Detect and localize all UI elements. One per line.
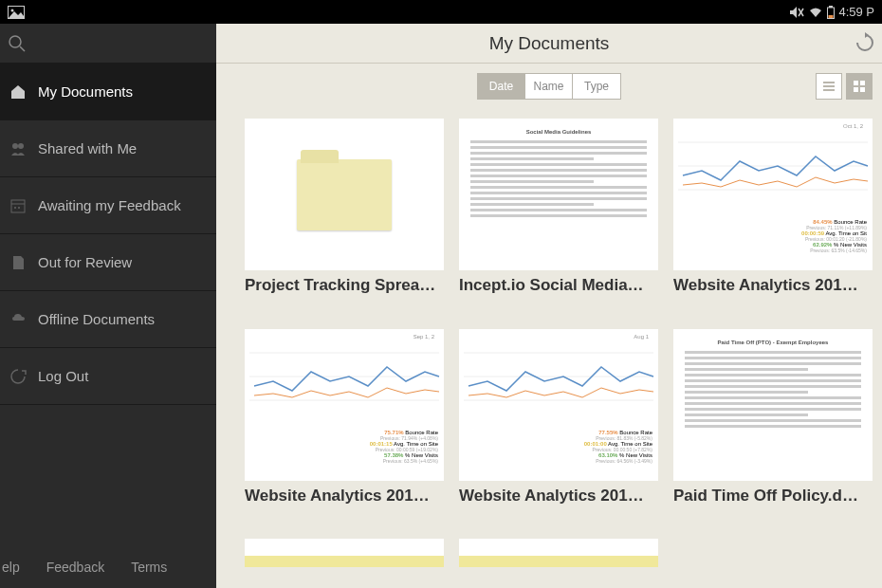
stat-line: 77.55% Bounce RatePrevious: 81.83% (-5.8… xyxy=(584,430,652,441)
document-grid: Project Tracking Sprea…Social Media Guid… xyxy=(216,109,882,588)
nav-label: Out for Review xyxy=(38,254,132,270)
main-header: My Documents xyxy=(216,24,882,64)
picture-icon xyxy=(8,6,25,19)
wifi-icon xyxy=(808,6,823,19)
document-card[interactable]: Aug 177.55% Bounce RatePrevious: 81.83% … xyxy=(459,329,658,526)
svg-point-1 xyxy=(11,9,14,11)
analytics-preview: Oct 1, 284.45% Bounce RatePrevious: 71.1… xyxy=(673,119,873,270)
document-card[interactable]: Oct 1, 284.45% Bounce RatePrevious: 71.1… xyxy=(673,119,873,316)
document-thumbnail: Sep 1, 275.71% Bounce RatePrevious: 71.9… xyxy=(245,329,444,481)
sidebar: My DocumentsShared with MeAwaiting my Fe… xyxy=(0,24,216,588)
sidebar-item-offline-documents[interactable]: Offline Documents xyxy=(0,291,216,348)
stat-line: 00:01:15 Avg. Time on SitePrevious: 00:0… xyxy=(370,441,438,452)
page-title: My Documents xyxy=(489,33,610,54)
stat-line: 00:00:59 Avg. Time on SitPrevious: 00:01… xyxy=(801,230,867,242)
document-thumbnail: Paid Time Off (PTO) - Exempt Employees xyxy=(673,329,873,481)
svg-point-7 xyxy=(9,36,21,47)
status-bar: 4:59 P xyxy=(0,0,882,24)
nav-label: Shared with Me xyxy=(38,140,137,156)
svg-point-14 xyxy=(18,207,20,209)
stat-line: 00:01:00 Avg. Time on SitePrevious: 00:0… xyxy=(584,441,652,452)
stat-line: 63.10% % New VisitsPrevious: 64.56% (-3.… xyxy=(584,452,652,464)
chart-daterange: Sep 1, 2 xyxy=(413,334,435,340)
stat-line: 62.92% % New VisitsPrevious: 63.5% (-14.… xyxy=(801,242,867,253)
svg-point-13 xyxy=(14,207,16,209)
nav-icon xyxy=(9,140,27,157)
document-card[interactable]: Social Media GuidelinesIncept.io Social … xyxy=(459,119,658,316)
svg-rect-20 xyxy=(854,87,858,92)
main-content: My Documents DateNameType Project Tracki… xyxy=(216,24,882,588)
document-thumbnail xyxy=(245,539,444,567)
document-title: Website Analytics 201… xyxy=(673,276,873,295)
sidebar-item-shared-with-me[interactable]: Shared with Me xyxy=(0,120,216,177)
svg-rect-18 xyxy=(854,81,858,85)
document-title: Incept.io Social Media… xyxy=(459,276,658,295)
svg-rect-19 xyxy=(860,81,865,85)
svg-point-9 xyxy=(12,143,18,149)
stat-line: 75.71% Bounce RatePrevious: 71.94% (+4.0… xyxy=(370,430,438,441)
document-title: Website Analytics 201… xyxy=(245,487,444,505)
stat-line: 57.38% % New VisitsPrevious: 63.5% (+4.6… xyxy=(370,452,438,464)
analytics-preview: Sep 1, 275.71% Bounce RatePrevious: 71.9… xyxy=(245,329,444,481)
sort-name-button[interactable]: Name xyxy=(525,74,573,99)
sort-type-button[interactable]: Type xyxy=(573,74,620,99)
nav-label: Offline Documents xyxy=(38,311,155,327)
svg-rect-6 xyxy=(829,15,834,18)
sidebar-item-my-documents[interactable]: My Documents xyxy=(0,64,216,120)
document-thumbnail xyxy=(459,539,658,567)
document-thumbnail: Aug 177.55% Bounce RatePrevious: 81.83% … xyxy=(459,329,658,481)
footer-terms[interactable]: Terms xyxy=(131,560,167,575)
grid-view-button[interactable] xyxy=(846,73,873,100)
refresh-icon[interactable] xyxy=(854,31,878,56)
footer-feedback[interactable]: Feedback xyxy=(46,560,104,575)
document-title: Website Analytics 201… xyxy=(459,487,658,505)
list-view-button[interactable] xyxy=(816,73,842,100)
document-card[interactable]: Paid Time Off (PTO) - Exempt EmployeesPa… xyxy=(673,329,873,526)
document-card[interactable]: Sep 1, 275.71% Bounce RatePrevious: 71.9… xyxy=(245,329,444,526)
analytics-preview: Aug 177.55% Bounce RatePrevious: 81.83% … xyxy=(459,329,658,481)
document-card[interactable]: Project Tracking Sprea… xyxy=(245,119,444,316)
document-title: Project Tracking Sprea… xyxy=(245,276,444,295)
sidebar-item-log-out[interactable]: Log Out xyxy=(0,348,216,405)
sidebar-footer: elp Feedback Terms xyxy=(0,546,216,588)
status-time: 4:59 P xyxy=(838,5,874,19)
text-preview: Social Media Guidelines xyxy=(459,119,658,270)
nav-label: Log Out xyxy=(38,368,88,384)
folder-icon xyxy=(297,159,392,230)
toolbar: DateNameType xyxy=(216,64,882,109)
document-card[interactable] xyxy=(245,539,444,588)
stat-line: 84.45% Bounce RatePrevious: 71.11% (+11.… xyxy=(801,219,867,230)
footer-help[interactable]: elp xyxy=(2,560,20,575)
chart-daterange: Aug 1 xyxy=(634,334,649,340)
svg-rect-11 xyxy=(11,200,25,212)
sidebar-item-awaiting-my-feedback[interactable]: Awaiting my Feedback xyxy=(0,177,216,234)
nav-icon xyxy=(9,83,27,101)
document-thumbnail xyxy=(245,119,444,270)
view-group xyxy=(816,73,873,100)
chart-daterange: Oct 1, 2 xyxy=(843,123,864,129)
document-card[interactable] xyxy=(459,539,658,588)
nav-icon xyxy=(9,368,27,385)
battery-icon xyxy=(827,6,835,19)
document-thumbnail: Social Media Guidelines xyxy=(459,119,658,270)
nav-icon xyxy=(9,254,27,271)
svg-point-10 xyxy=(18,143,24,149)
text-preview: Paid Time Off (PTO) - Exempt Employees xyxy=(673,329,873,481)
document-title: Paid Time Off Policy.d… xyxy=(673,487,873,505)
nav-label: My Documents xyxy=(38,83,133,100)
nav-label: Awaiting my Feedback xyxy=(38,197,181,213)
sort-group: DateNameType xyxy=(477,73,621,100)
sort-date-button[interactable]: Date xyxy=(478,74,525,99)
nav-icon xyxy=(9,197,27,214)
nav-icon xyxy=(9,311,27,328)
mute-icon xyxy=(789,6,804,19)
sidebar-item-out-for-review[interactable]: Out for Review xyxy=(0,234,216,291)
search-icon[interactable] xyxy=(8,34,27,53)
document-thumbnail: Oct 1, 284.45% Bounce RatePrevious: 71.1… xyxy=(673,119,873,270)
svg-line-8 xyxy=(20,46,25,51)
svg-rect-21 xyxy=(860,87,865,92)
